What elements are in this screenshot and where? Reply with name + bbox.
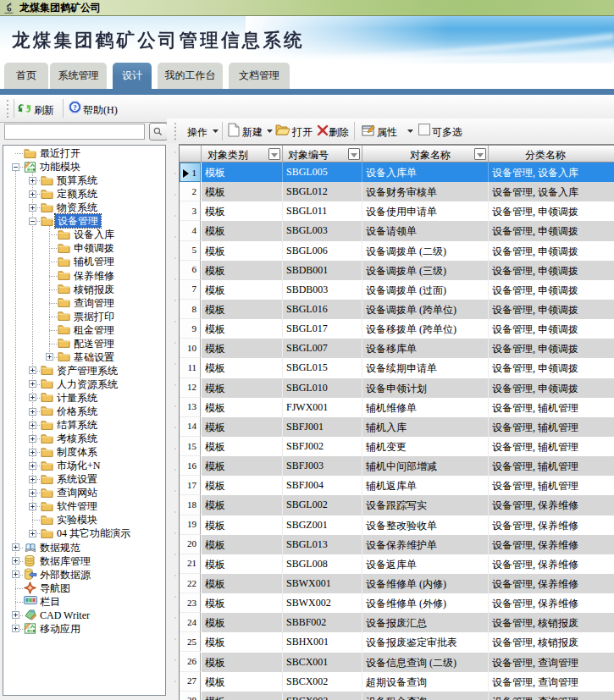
svg-text:?: ? <box>73 103 77 112</box>
